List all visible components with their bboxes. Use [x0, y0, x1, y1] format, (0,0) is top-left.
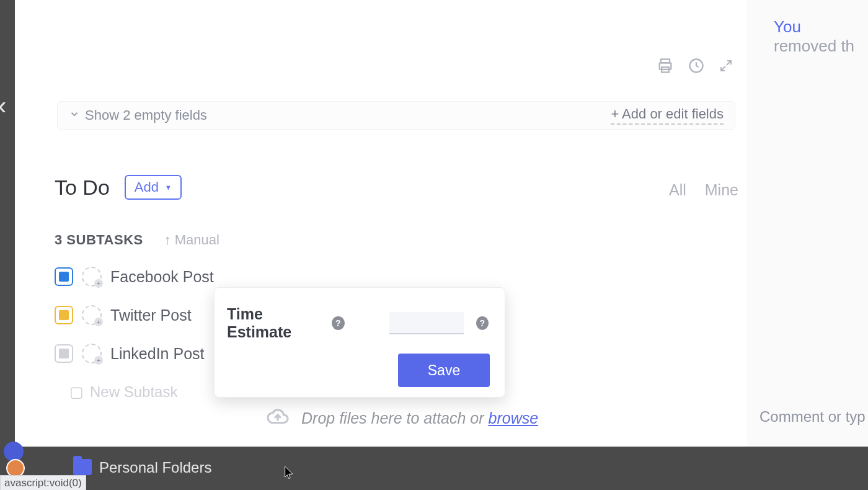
sort-arrow-icon: ↑ [164, 232, 171, 248]
status-bar-link: avascript:void(0) [0, 475, 86, 490]
subtask-list: Facebook Post Twitter Post LinkedIn Post [55, 267, 214, 363]
subtask-row[interactable]: Facebook Post [55, 267, 214, 287]
status-box-icon[interactable] [55, 306, 73, 324]
mouse-cursor-icon [284, 466, 295, 483]
subtask-row[interactable]: Twitter Post [55, 305, 214, 325]
empty-fields-toggle: Show 2 empty fields [85, 107, 611, 123]
file-dropzone[interactable]: Drop files here to attach or browse [265, 407, 538, 429]
filter-mine[interactable]: Mine [705, 181, 738, 199]
subtask-count: 3 SUBTASKS [55, 232, 143, 248]
help-icon[interactable]: ? [332, 316, 344, 330]
time-estimate-popover: Time Estimate ? ? Save [214, 287, 505, 398]
folder-icon[interactable] [73, 459, 92, 475]
dropzone-text: Drop files here to attach or browse [301, 409, 538, 427]
add-edit-fields-link[interactable]: + Add or edit fields [611, 106, 724, 125]
custom-fields-bar[interactable]: Show 2 empty fields + Add or edit fields [57, 101, 735, 130]
folder-label[interactable]: Personal Folders [99, 459, 211, 476]
save-button[interactable]: Save [398, 354, 490, 387]
plus-icon: ▢ [69, 383, 84, 401]
status-box-icon[interactable] [55, 344, 73, 363]
cloud-upload-icon [265, 407, 290, 429]
new-subtask-placeholder: New Subtask [90, 383, 177, 401]
close-icon[interactable]: ‹ [0, 92, 6, 120]
caret-down-icon: ▼ [165, 184, 172, 191]
browse-link[interactable]: browse [489, 409, 539, 427]
sort-mode[interactable]: ↑ Manual [164, 232, 219, 248]
assignee-slot[interactable] [82, 267, 102, 287]
assignee-slot[interactable] [82, 305, 102, 325]
add-button[interactable]: Add ▼ [125, 175, 182, 200]
subtask-row[interactable]: LinkedIn Post [55, 344, 214, 363]
subtask-name: Twitter Post [110, 306, 192, 324]
assignee-slot[interactable] [82, 344, 102, 363]
activity-text: removed th [774, 37, 854, 55]
history-icon[interactable] [688, 57, 705, 77]
sort-mode-label: Manual [175, 232, 219, 248]
help-icon[interactable]: ? [476, 316, 489, 330]
subtask-name: Facebook Post [110, 268, 214, 286]
time-estimate-input[interactable] [389, 312, 464, 334]
new-subtask-input[interactable]: ▢ New Subtask [69, 383, 177, 401]
activity-entry: You removed th [774, 17, 868, 56]
comment-input[interactable]: Comment or typ [760, 408, 868, 433]
activity-panel [747, 0, 868, 447]
add-button-label: Add [135, 179, 159, 195]
chevron-down-icon [69, 109, 80, 122]
time-estimate-label: Time Estimate [227, 305, 324, 341]
status-box-icon[interactable] [55, 267, 73, 286]
expand-icon[interactable] [719, 58, 733, 76]
subtask-name: LinkedIn Post [110, 345, 205, 363]
activity-user: You [774, 17, 801, 36]
print-icon[interactable] [657, 57, 674, 77]
section-title: To Do [55, 176, 110, 200]
filter-all[interactable]: All [669, 181, 686, 199]
